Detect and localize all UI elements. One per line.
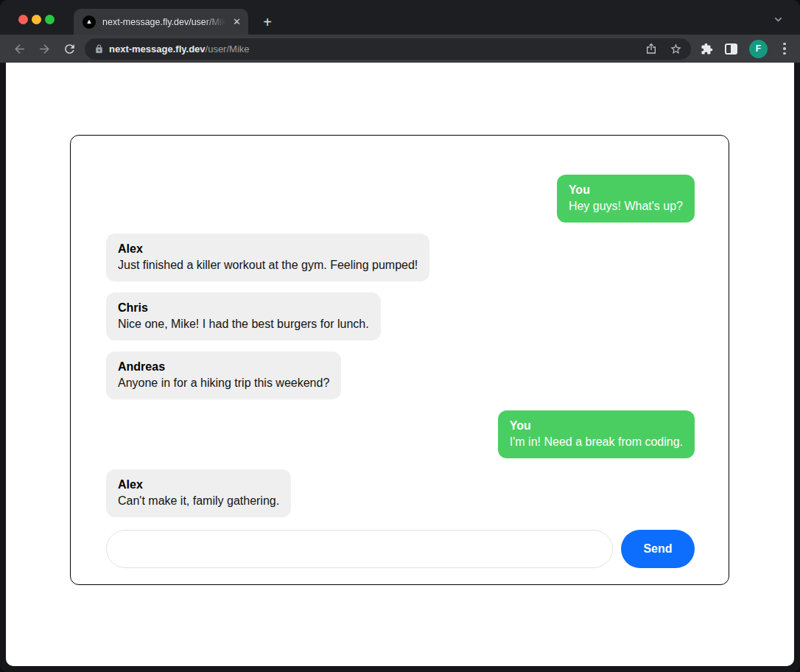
message-text: Can't make it, family gathering. [118, 493, 279, 509]
message-sender: You [569, 182, 683, 198]
toolbar-actions: F [701, 40, 790, 58]
message-bubble-alex: Alex Just finished a killer workout at t… [106, 234, 429, 281]
send-button[interactable]: Send [621, 530, 695, 568]
close-tab-icon[interactable]: ✕ [233, 16, 241, 27]
site-favicon-icon: ▲ [83, 15, 96, 29]
traffic-lights [18, 15, 55, 24]
tab-search-chevron-icon[interactable] [773, 14, 784, 28]
side-panel-icon[interactable] [725, 43, 737, 55]
message-bubble-you: You I'm in! Need a break from coding. [498, 410, 695, 458]
reload-icon[interactable] [62, 41, 77, 56]
url-host: next-message.fly.dev [109, 43, 206, 55]
url-text: next-message.fly.dev/user/Mike [109, 43, 645, 55]
tab-title: next-message.fly.dev/user/Mik [102, 17, 228, 27]
message-text: Hey guys! What's up? [569, 198, 683, 214]
message-sender: Chris [118, 300, 369, 316]
profile-avatar[interactable]: F [749, 40, 768, 58]
zoom-window-button[interactable] [45, 15, 55, 24]
message-text: Anyone in for a hiking trip this weekend… [118, 375, 329, 391]
web-page: You Hey guys! What's up? Alex Just finis… [6, 63, 794, 666]
browser-window: ▲ next-message.fly.dev/user/Mik ✕ + next… [0, 0, 800, 672]
message-sender: Alex [118, 241, 418, 257]
minimize-window-button[interactable] [32, 15, 41, 24]
message-bubble-alex: Alex Can't make it, family gathering. [106, 469, 291, 517]
message-bubble-andreas: Andreas Anyone in for a hiking trip this… [106, 351, 341, 399]
message-input[interactable] [106, 530, 613, 568]
message-text: Nice one, Mike! I had the best burgers f… [118, 316, 369, 332]
back-icon[interactable] [12, 41, 27, 56]
browser-menu-icon[interactable] [779, 43, 790, 55]
new-tab-button[interactable]: + [258, 13, 277, 32]
tab-strip: ▲ next-message.fly.dev/user/Mik ✕ + [0, 0, 800, 35]
browser-tab[interactable]: ▲ next-message.fly.dev/user/Mik ✕ [74, 9, 248, 35]
address-bar[interactable]: next-message.fly.dev/user/Mike [85, 38, 691, 60]
share-icon[interactable] [645, 43, 657, 55]
extensions-puzzle-icon[interactable] [701, 43, 713, 55]
message-text: Just finished a killer workout at the gy… [118, 257, 418, 273]
message-sender: Andreas [118, 359, 329, 375]
message-list: You Hey guys! What's up? Alex Just finis… [106, 175, 695, 517]
message-bubble-you: You Hey guys! What's up? [557, 175, 695, 223]
forward-icon[interactable] [37, 41, 52, 56]
browser-toolbar: next-message.fly.dev/user/Mike F [0, 35, 800, 63]
message-composer: Send [106, 530, 695, 568]
message-text: I'm in! Need a break from coding. [510, 434, 683, 450]
url-path: /user/Mike [206, 43, 250, 55]
bookmark-star-icon[interactable] [670, 43, 682, 55]
lock-icon[interactable] [94, 44, 104, 54]
message-sender: Alex [118, 477, 279, 493]
chat-container: You Hey guys! What's up? Alex Just finis… [70, 135, 729, 585]
message-bubble-chris: Chris Nice one, Mike! I had the best bur… [106, 293, 381, 340]
message-sender: You [510, 418, 683, 434]
close-window-button[interactable] [18, 15, 28, 24]
